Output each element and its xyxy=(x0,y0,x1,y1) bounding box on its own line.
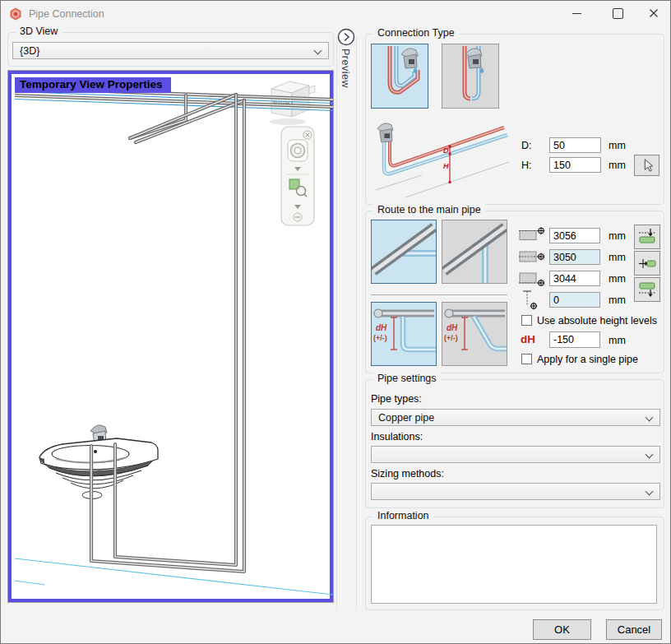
close-button[interactable] xyxy=(636,1,671,25)
faucet-icon xyxy=(401,49,418,68)
minimize-button[interactable] xyxy=(558,1,595,25)
route-horizontal-branch-thumbnail[interactable] xyxy=(371,220,437,284)
close-icon xyxy=(649,8,659,18)
preview-panel-strip[interactable] xyxy=(336,30,357,610)
viewport-scene: RIGHT xyxy=(15,77,333,602)
center-elevation-unit: mm xyxy=(609,252,626,263)
connection-type-title: Connection Type xyxy=(373,27,459,39)
level-line xyxy=(15,558,333,595)
route-title: Route to the main pipe xyxy=(373,204,485,215)
view-select-value: {3D} xyxy=(20,45,39,57)
temporary-view-properties-badge: Temporary View Properties xyxy=(15,77,171,93)
h-input[interactable] xyxy=(549,157,601,173)
preview-expand-button[interactable] xyxy=(337,28,355,46)
dh-unit: mm xyxy=(609,335,626,346)
pipe-top-align-icon xyxy=(519,227,547,243)
dim-h-label: H xyxy=(443,162,449,170)
level-offset-input[interactable] xyxy=(549,292,600,308)
top-elevation-input[interactable] xyxy=(549,228,600,243)
pipe-connection-dialog: Pipe Connection 3D View {3D} xyxy=(0,0,671,644)
h-label: H: xyxy=(521,160,532,171)
dh-label: dH xyxy=(521,333,535,345)
level-offset-icon xyxy=(521,289,539,311)
information-title: Information xyxy=(373,510,433,521)
sizing-methods-select[interactable] xyxy=(371,483,660,500)
dim-d-label: D xyxy=(443,146,449,155)
dh-sloped-thumbnail[interactable]: dH (+/-) xyxy=(442,302,507,366)
dh-dimension xyxy=(461,317,468,350)
apply-single-pipe-label: Apply for a single pipe xyxy=(537,354,638,365)
pipe-types-select[interactable]: Copper pipe xyxy=(371,409,660,426)
maximize-icon xyxy=(613,8,623,19)
d-label: D: xyxy=(521,140,532,151)
dimension-lines xyxy=(448,145,451,183)
dh-input[interactable] xyxy=(549,331,600,348)
chevron-down-icon xyxy=(646,414,654,422)
d-unit: mm xyxy=(609,140,626,151)
dh-caption-sign: (+/-) xyxy=(444,334,458,342)
connection-type-straight-thumbnail[interactable] xyxy=(442,44,499,109)
dh-caption: dH xyxy=(447,323,458,332)
viewport-frame: RIGHT xyxy=(7,70,334,603)
pipe-bottom-align-icon xyxy=(519,270,547,286)
cancel-button[interactable]: Cancel xyxy=(606,619,662,640)
sink xyxy=(39,425,158,499)
dh-diagram: D H xyxy=(373,121,509,199)
view-group-label: 3D View xyxy=(16,25,62,37)
dh-caption-sign: (+/-) xyxy=(373,334,387,342)
pick-center-icon xyxy=(638,254,656,272)
insulations-label: Insulations: xyxy=(371,431,423,442)
pick-center-elevation-button[interactable] xyxy=(634,251,660,276)
window-title: Pipe Connection xyxy=(29,8,104,20)
bottom-elevation-unit: mm xyxy=(609,273,626,285)
insulations-select[interactable] xyxy=(371,446,660,463)
chevron-down-icon xyxy=(646,488,654,496)
navbar-close-icon[interactable] xyxy=(303,131,312,139)
viewport-3d[interactable]: RIGHT xyxy=(8,71,333,602)
faucet-icon xyxy=(465,49,482,68)
thumbnail-separator xyxy=(371,294,507,295)
use-absolute-height-label: Use absolute height levels xyxy=(537,315,657,327)
droplet-icon xyxy=(414,67,418,73)
bottom-elevation-input[interactable] xyxy=(549,271,600,286)
pick-top-elevation-button[interactable] xyxy=(634,225,660,249)
information-textarea[interactable] xyxy=(371,525,657,604)
chevron-down-icon xyxy=(314,47,322,55)
navigation-bar xyxy=(281,127,314,225)
center-elevation-input[interactable] xyxy=(549,249,600,265)
pipe-types-value: Copper pipe xyxy=(378,412,434,424)
dh-caption: dH xyxy=(376,323,387,332)
riser-pipes xyxy=(91,95,244,572)
steering-wheel-icon[interactable] xyxy=(288,140,308,161)
pipe-types-label: Pipe types: xyxy=(371,393,422,405)
pick-point-button[interactable] xyxy=(634,155,659,176)
route-vertical-branch-thumbnail[interactable] xyxy=(442,220,507,284)
preview-tab-label[interactable]: Preview xyxy=(340,49,351,88)
faucet-icon xyxy=(377,123,393,142)
use-absolute-height-checkbox[interactable] xyxy=(521,315,532,326)
pipe-center-align-icon xyxy=(519,248,547,265)
cursor-icon xyxy=(640,158,655,173)
pick-bottom-icon xyxy=(638,280,656,299)
chevron-down-icon xyxy=(646,451,654,459)
pick-top-icon xyxy=(638,228,656,246)
sizing-methods-label: Sizing methods: xyxy=(371,468,444,480)
dh-dimension xyxy=(391,317,397,350)
pipe-settings-title: Pipe settings xyxy=(373,373,441,384)
pick-bottom-elevation-button[interactable] xyxy=(634,277,660,302)
view-select[interactable]: {3D} xyxy=(12,42,329,59)
h-unit: mm xyxy=(609,160,626,171)
maximize-button[interactable] xyxy=(599,1,636,25)
apply-single-pipe-checkbox[interactable] xyxy=(521,354,532,364)
minimize-icon xyxy=(572,13,581,14)
level-offset-unit: mm xyxy=(609,294,626,306)
app-icon xyxy=(9,7,22,21)
d-input[interactable] xyxy=(549,137,601,153)
top-elevation-unit: mm xyxy=(609,230,626,242)
dh-right-angle-thumbnail[interactable]: dH (+/-) xyxy=(371,302,437,366)
ok-button[interactable]: OK xyxy=(533,619,591,640)
connection-type-loop-thumbnail[interactable] xyxy=(371,44,428,109)
